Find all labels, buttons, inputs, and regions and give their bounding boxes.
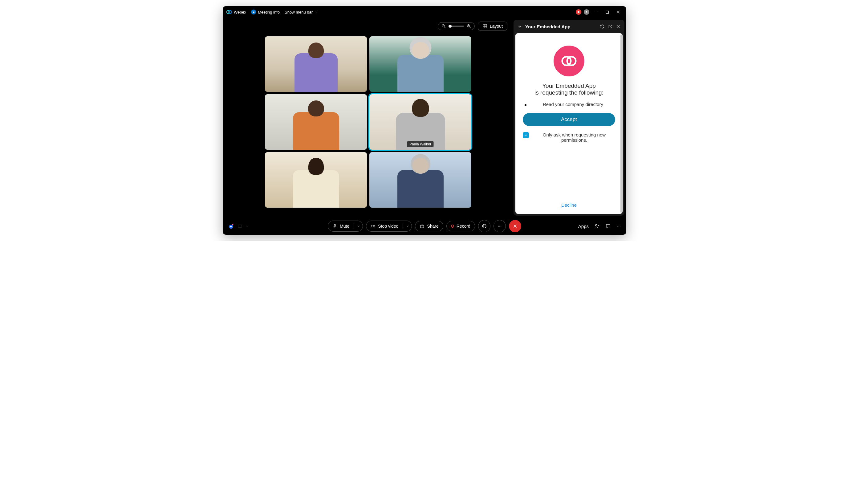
stop-video-button[interactable]: Stop video xyxy=(366,220,412,232)
panel-title: Your Embedded App xyxy=(525,24,571,29)
svg-point-24 xyxy=(501,226,501,227)
mic-icon xyxy=(332,224,337,229)
accept-button[interactable]: Accept xyxy=(523,113,615,126)
permission-item: Read your company directory xyxy=(523,102,615,107)
meeting-info-button[interactable]: Meeting info xyxy=(251,10,280,15)
apps-button[interactable]: Apps xyxy=(578,224,589,229)
video-area: Layout Paula Walker xyxy=(223,18,513,217)
only-ask-checkbox[interactable] xyxy=(523,132,529,138)
assistant-icon[interactable] xyxy=(228,223,234,230)
svg-rect-15 xyxy=(238,225,242,227)
bullet-icon xyxy=(525,104,526,106)
svg-point-12 xyxy=(230,226,231,227)
svg-rect-17 xyxy=(371,225,374,227)
meeting-info-label: Meeting info xyxy=(258,10,280,15)
svg-point-11 xyxy=(229,224,233,229)
svg-point-28 xyxy=(620,226,620,227)
chevron-down-icon[interactable] xyxy=(246,224,249,228)
svg-rect-7 xyxy=(483,26,485,28)
svg-point-26 xyxy=(617,226,618,227)
window-close-button[interactable] xyxy=(614,8,622,16)
svg-rect-6 xyxy=(485,24,487,26)
chevron-down-icon xyxy=(314,11,318,14)
panel-header: Your Embedded App xyxy=(513,20,625,33)
participant-tile[interactable] xyxy=(369,152,471,208)
participant-tile[interactable] xyxy=(369,36,471,92)
share-label: Share xyxy=(427,224,438,229)
permission-app-name: Your Embedded App xyxy=(542,83,596,89)
participant-tile[interactable] xyxy=(265,94,367,150)
svg-rect-5 xyxy=(483,24,485,26)
stop-video-label: Stop video xyxy=(378,224,398,229)
svg-point-20 xyxy=(483,226,484,226)
layout-grid-icon xyxy=(483,24,487,29)
embedded-app-panel: Your Embedded App Your Embedded App is r… xyxy=(513,20,625,216)
participant-tile[interactable] xyxy=(265,152,367,208)
permission-text: Read your company directory xyxy=(531,102,615,107)
participants-icon[interactable] xyxy=(594,223,600,229)
record-icon xyxy=(451,224,454,228)
app-brand: Webex xyxy=(227,9,246,15)
only-ask-row: Only ask when requesting new permissions… xyxy=(523,132,615,143)
smile-icon xyxy=(482,223,487,229)
window-maximize-button[interactable] xyxy=(603,8,612,16)
panel-body: Your Embedded App is requesting the foll… xyxy=(516,33,622,214)
svg-rect-16 xyxy=(334,224,336,227)
lock-icon xyxy=(251,10,256,15)
participant-name-tag: Paula Walker xyxy=(407,141,434,147)
chevron-down-icon[interactable] xyxy=(357,224,360,228)
svg-point-22 xyxy=(498,226,499,227)
end-call-button[interactable] xyxy=(509,220,521,232)
app-name-label: Webex xyxy=(234,10,246,15)
window-minimize-button[interactable] xyxy=(592,8,600,16)
titlebar: Webex Meeting info Show menu bar xyxy=(223,6,626,18)
svg-point-14 xyxy=(232,224,234,225)
chat-icon[interactable] xyxy=(605,223,611,229)
show-menu-label: Show menu bar xyxy=(285,10,313,15)
top-controls: Layout xyxy=(438,21,507,31)
app-logo-icon xyxy=(554,46,584,76)
bottombar: Mute Stop video Share Record xyxy=(223,217,626,235)
participant-tile[interactable] xyxy=(265,36,367,92)
more-options-button[interactable] xyxy=(493,220,506,232)
more-panels-icon[interactable] xyxy=(616,224,621,229)
record-label: Record xyxy=(456,224,470,229)
svg-point-21 xyxy=(485,226,485,226)
record-button[interactable]: Record xyxy=(446,221,475,231)
chevron-down-icon[interactable] xyxy=(517,24,522,29)
mute-label: Mute xyxy=(340,224,349,229)
app-window: Webex Meeting info Show menu bar xyxy=(223,6,626,235)
dots-icon xyxy=(497,224,502,229)
participant-tile-active[interactable]: Paula Walker xyxy=(369,94,471,150)
zoom-control[interactable] xyxy=(438,22,475,30)
layout-button[interactable]: Layout xyxy=(478,21,507,31)
refresh-icon[interactable] xyxy=(600,24,605,29)
video-grid: Paula Walker xyxy=(265,36,471,208)
encryption-key-icon[interactable] xyxy=(584,9,589,15)
zoom-in-icon[interactable] xyxy=(466,24,471,29)
zoom-slider[interactable] xyxy=(449,25,464,27)
permission-request-line: is requesting the following: xyxy=(535,89,603,96)
svg-rect-2 xyxy=(606,11,609,13)
recording-indicator-icon[interactable] xyxy=(576,9,581,15)
share-icon xyxy=(419,224,424,229)
svg-rect-8 xyxy=(485,26,487,28)
svg-point-23 xyxy=(499,226,500,227)
show-menu-bar-button[interactable]: Show menu bar xyxy=(285,10,318,15)
zoom-out-icon[interactable] xyxy=(441,24,446,29)
mute-button[interactable]: Mute xyxy=(328,220,363,232)
decline-link[interactable]: Decline xyxy=(561,202,577,208)
caption-icon[interactable] xyxy=(237,224,242,229)
svg-point-27 xyxy=(618,226,619,227)
share-button[interactable]: Share xyxy=(415,221,443,231)
webex-logo-icon xyxy=(227,9,232,15)
camera-icon xyxy=(371,224,376,229)
close-icon[interactable] xyxy=(616,24,621,29)
reactions-button[interactable] xyxy=(478,220,490,232)
svg-point-25 xyxy=(595,224,597,226)
only-ask-label: Only ask when requesting new permissions… xyxy=(533,132,615,143)
main-area: Layout Paula Walker Your Embedded App xyxy=(223,18,626,217)
close-icon xyxy=(512,223,518,229)
chevron-down-icon[interactable] xyxy=(406,224,409,228)
pop-out-icon[interactable] xyxy=(608,24,613,29)
